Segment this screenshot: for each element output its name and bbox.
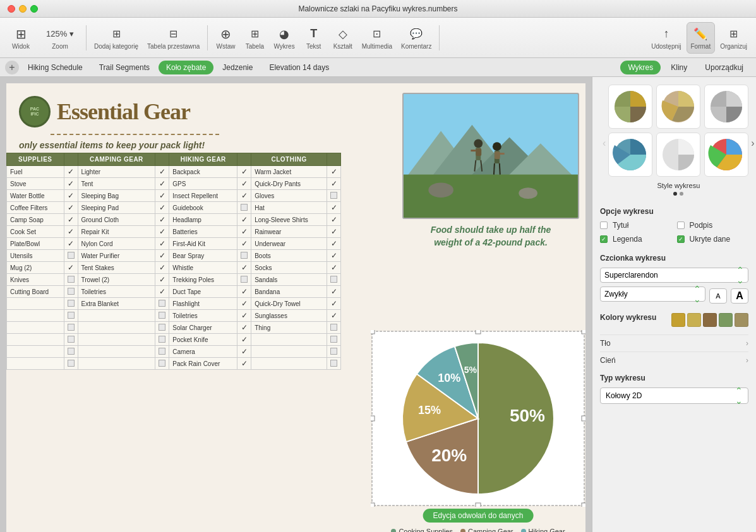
table-cell-h-check[interactable]: ✓	[237, 238, 251, 250]
table-cell-cl-check[interactable]	[327, 190, 341, 202]
tab-elevation[interactable]: Elevation 14 days	[261, 61, 337, 74]
table-cell-c-check[interactable]: ✓	[155, 214, 169, 226]
table-cell-cl-check[interactable]	[327, 358, 341, 370]
chart-style-2[interactable]	[656, 85, 700, 129]
option-tytul-checkbox[interactable]	[600, 222, 608, 229]
font-size-small[interactable]: A	[709, 288, 727, 304]
table-cell-h-check[interactable]: ✓	[237, 178, 251, 190]
chart-style-1[interactable]	[608, 85, 652, 129]
color-swatch-3[interactable]	[703, 313, 717, 327]
table-cell-s-check[interactable]: ✓	[64, 238, 78, 250]
table-cell-s-check[interactable]: ✓	[64, 262, 78, 274]
chart-style-6[interactable]	[704, 133, 748, 177]
toolbar-zoom[interactable]: 125% ▾ Zoom	[38, 23, 82, 53]
table-cell-h-check[interactable]: ✓	[237, 262, 251, 274]
table-cell-h-check[interactable]	[237, 250, 251, 262]
tab-kliny[interactable]: Kliny	[663, 61, 695, 74]
table-cell-s-check[interactable]	[64, 250, 78, 262]
table-cell-h-check[interactable]: ✓	[237, 334, 251, 346]
table-cell-c-check[interactable]: ✓	[155, 250, 169, 262]
close-button[interactable]	[8, 5, 15, 13]
table-cell-cl-check[interactable]: ✓	[327, 310, 341, 322]
table-cell-cl-check[interactable]: ✓	[327, 226, 341, 238]
table-cell-h-check[interactable]: ✓	[237, 226, 251, 238]
typ-select[interactable]: Kołowy 2D ⌃⌄	[600, 387, 748, 404]
option-legenda-checkbox[interactable]: ✓	[600, 235, 608, 243]
style-dot-1[interactable]	[673, 192, 677, 196]
next-arrow[interactable]: ›	[748, 135, 756, 151]
table-cell-c-check[interactable]	[155, 310, 169, 322]
toolbar-komentarz[interactable]: 💬 Komentarz	[397, 23, 435, 53]
table-cell-c-check[interactable]	[155, 322, 169, 334]
table-cell-h-check[interactable]: ✓	[237, 358, 251, 370]
toolbar-tekst[interactable]: T Tekst	[300, 23, 328, 53]
toolbar-multimedia[interactable]: ⊡ Multimedia	[358, 23, 396, 53]
table-cell-cl-check[interactable]	[327, 274, 341, 286]
toolbar-ksztalt[interactable]: ◇ Kształt	[329, 23, 357, 53]
toolbar-organizuj[interactable]: ⊞ Organizuj	[716, 23, 751, 53]
table-cell-cl-check[interactable]: ✓	[327, 166, 341, 178]
table-cell-c-check[interactable]: ✓	[155, 286, 169, 298]
color-swatch-1[interactable]	[671, 313, 685, 327]
toolbar-wstaw[interactable]: ⊕ Wstaw	[212, 23, 239, 53]
table-cell-h-check[interactable]: ✓	[237, 286, 251, 298]
table-cell-c-check[interactable]: ✓	[155, 178, 169, 190]
style-dot-2[interactable]	[680, 192, 683, 196]
table-cell-h-check[interactable]: ✓	[237, 346, 251, 358]
table-cell-c-check[interactable]	[155, 334, 169, 346]
table-cell-cl-check[interactable]: ✓	[327, 286, 341, 298]
chart-edit-button[interactable]: Edycja odwołań do danych	[423, 509, 534, 523]
table-cell-cl-check[interactable]: ✓	[327, 214, 341, 226]
tab-trail-segments[interactable]: Trail Segments	[92, 61, 157, 74]
table-cell-h-check[interactable]: ✓	[237, 166, 251, 178]
table-cell-c-check[interactable]	[155, 346, 169, 358]
chart-style-4[interactable]	[608, 133, 652, 177]
table-cell-cl-check[interactable]: ✓	[327, 262, 341, 274]
tab-hiking-schedule[interactable]: Hiking Schedule	[20, 61, 90, 74]
toolbar-format[interactable]: ✏️ Format	[687, 22, 716, 54]
toolbar-widok[interactable]: ⊞ Widok	[5, 23, 37, 53]
option-podpis-checkbox[interactable]	[677, 222, 685, 229]
table-cell-c-check[interactable]: ✓	[155, 262, 169, 274]
table-cell-cl-check[interactable]: ✓	[327, 238, 341, 250]
table-cell-h-check[interactable]: ✓	[237, 310, 251, 322]
table-cell-s-check[interactable]	[64, 334, 78, 346]
tab-kolo-zebate[interactable]: Koło zębate	[159, 61, 213, 74]
table-cell-cl-check[interactable]: ✓	[327, 298, 341, 310]
table-cell-cl-check[interactable]	[327, 334, 341, 346]
font-style-select[interactable]: Zwykły ⌃⌄	[600, 287, 705, 302]
chart-style-3[interactable]	[704, 85, 748, 129]
minimize-button[interactable]	[19, 5, 27, 13]
chart-style-5[interactable]	[656, 133, 700, 177]
table-cell-h-check[interactable]	[237, 202, 251, 214]
tab-uporzadkuj[interactable]: Uporządkuj	[697, 61, 751, 74]
toolbar-udostepnij[interactable]: ↑ Udostępnij	[647, 23, 685, 53]
toolbar-tabela[interactable]: ⊞ Tabela	[241, 23, 268, 53]
table-cell-cl-check[interactable]	[327, 346, 341, 358]
font-size-large[interactable]: A	[731, 288, 748, 304]
table-cell-s-check[interactable]: ✓	[64, 190, 78, 202]
color-swatch-4[interactable]	[719, 313, 733, 327]
table-cell-c-check[interactable]	[155, 298, 169, 310]
canvas-area[interactable]: PACIFIC Essential Gear only essential it…	[0, 77, 592, 532]
table-cell-c-check[interactable]: ✓	[155, 238, 169, 250]
table-cell-h-check[interactable]	[237, 274, 251, 286]
table-cell-s-check[interactable]: ✓	[64, 166, 78, 178]
table-cell-c-check[interactable]: ✓	[155, 226, 169, 238]
table-cell-s-check[interactable]	[64, 310, 78, 322]
table-cell-cl-check[interactable]: ✓	[327, 250, 341, 262]
table-cell-h-check[interactable]: ✓	[237, 322, 251, 334]
table-cell-s-check[interactable]	[64, 322, 78, 334]
toolbar-tabela-przestawna[interactable]: ⊟ Tabela przestawna	[143, 23, 203, 53]
fullscreen-button[interactable]	[30, 5, 38, 13]
panel-cien[interactable]: Cień ›	[600, 352, 748, 369]
color-swatch-2[interactable]	[687, 313, 701, 327]
tab-wykres[interactable]: Wykres	[620, 61, 661, 74]
tab-jedzenie[interactable]: Jedzenie	[215, 61, 260, 74]
option-ukryte-checkbox[interactable]: ✓	[677, 235, 685, 243]
table-cell-c-check[interactable]: ✓	[155, 166, 169, 178]
toolbar-wykres[interactable]: ◕ Wykres	[270, 23, 298, 53]
prev-arrow[interactable]: ‹	[600, 135, 608, 151]
table-cell-c-check[interactable]: ✓	[155, 202, 169, 214]
table-cell-h-check[interactable]: ✓	[237, 190, 251, 202]
